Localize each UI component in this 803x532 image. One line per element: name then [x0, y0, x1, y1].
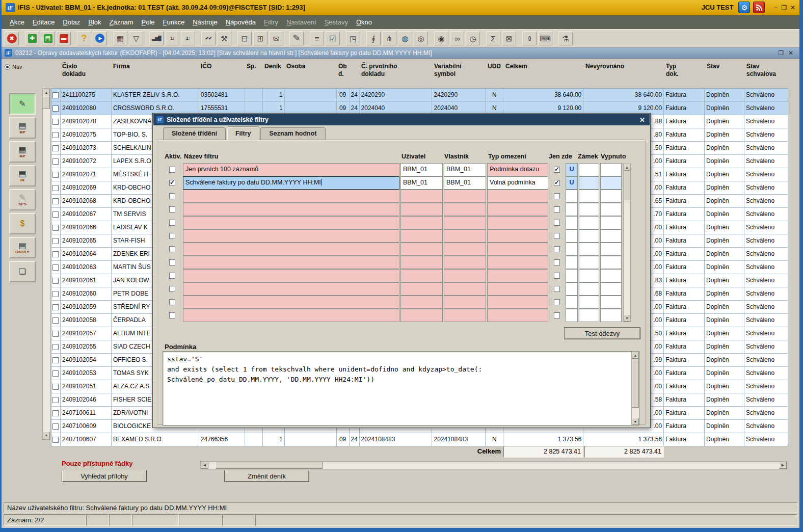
money-button[interactable]: $ — [9, 213, 36, 234]
window-restore-icon[interactable]: ❐ — [778, 49, 784, 57]
filter-lock-field[interactable] — [579, 243, 599, 256]
scroll-track[interactable] — [43, 96, 50, 432]
condition-sql[interactable]: sstav='S' and exists (select 1 from teks… — [163, 352, 639, 387]
row-checkbox[interactable] — [51, 168, 61, 181]
delete-record-button[interactable]: ▬ — [57, 31, 71, 45]
sort-asc-button[interactable]: 1↑ — [181, 31, 195, 45]
filter-active-checkbox[interactable] — [163, 256, 182, 269]
filter-type-field[interactable] — [487, 309, 548, 322]
open-window-button[interactable]: ◳ — [346, 31, 360, 45]
filter-lock-field[interactable] — [579, 256, 599, 269]
filter-lock-field[interactable] — [579, 163, 599, 176]
row-checkbox[interactable] — [51, 407, 61, 420]
record-scrollbar[interactable]: ▲ ▼ — [42, 88, 50, 440]
row-checkbox[interactable] — [51, 274, 61, 287]
horizontal-scrollbar[interactable]: ◀ ▶ — [200, 461, 787, 469]
filter-type-field[interactable] — [487, 282, 548, 296]
filter-active-checkbox[interactable] — [163, 282, 182, 296]
filters-scroll-thumb[interactable] — [624, 171, 630, 200]
filter-type-field[interactable]: Volná podmínka — [487, 176, 548, 190]
condition-scroll-thumb[interactable] — [632, 359, 639, 408]
search-attachments-button[interactable]: Vyhledat přílohy — [62, 470, 147, 482]
menu-nastroje[interactable]: Nástroje — [189, 16, 221, 29]
copy-doc-button[interactable]: ❏ — [9, 261, 36, 282]
filter-active-checkbox[interactable] — [163, 243, 182, 256]
row-checkbox[interactable] — [51, 208, 61, 221]
menu-zaznam[interactable]: Záznam — [105, 16, 138, 29]
calendar-button[interactable]: ▦ — [113, 31, 127, 45]
filter-jenzde-checkbox[interactable] — [549, 163, 565, 176]
filter-jenzde-checkbox[interactable] — [549, 256, 565, 269]
filter-jenzde-checkbox[interactable] — [549, 216, 565, 229]
email-button[interactable]: ✉ — [269, 31, 283, 45]
menu-okno[interactable]: Okno — [352, 16, 376, 29]
scroll-down-icon[interactable]: ▼ — [632, 418, 639, 425]
filter-disabled-field[interactable] — [600, 203, 622, 216]
rp-document-button[interactable]: ▤ RP — [9, 117, 36, 139]
filter-type-field[interactable] — [487, 216, 548, 229]
settings-button[interactable]: ⚙ — [738, 2, 750, 13]
filter-jenzde-checkbox[interactable] — [549, 269, 565, 282]
row-checkbox[interactable] — [51, 420, 61, 433]
scroll-down-icon[interactable]: ▼ — [624, 314, 630, 322]
checklist-button[interactable]: ☑ — [326, 31, 340, 45]
row-checkbox[interactable] — [51, 340, 61, 354]
filter-name-input[interactable] — [183, 296, 399, 309]
help-button[interactable]: ? — [77, 31, 91, 45]
scroll-up-icon[interactable]: ▲ — [632, 352, 639, 359]
filter-type-field[interactable] — [487, 243, 548, 256]
keyboard-button[interactable]: ⌨ — [538, 31, 552, 45]
row-checkbox[interactable] — [51, 89, 61, 102]
row-checkbox[interactable] — [51, 234, 61, 248]
filter-row[interactable] — [163, 243, 622, 256]
filter-active-checkbox[interactable] — [163, 190, 182, 203]
filter-active-checkbox[interactable] — [163, 309, 182, 322]
filter-jenzde-checkbox[interactable] — [549, 243, 565, 256]
filter-active-checkbox[interactable] — [163, 296, 182, 309]
filter-row[interactable]: Jen prvních 100 záznamů BBM_01 BBM_01 Po… — [163, 163, 622, 176]
filter-lock-field[interactable] — [579, 203, 599, 216]
sum-button[interactable]: Σ — [486, 31, 500, 45]
condition-scrollbar[interactable]: ▲ ▼ — [631, 352, 639, 425]
exit-button[interactable]: ✖ — [5, 31, 19, 45]
filter-name-input[interactable] — [183, 269, 399, 282]
filter-type-field[interactable] — [487, 256, 548, 269]
filter-disabled-field[interactable] — [600, 309, 622, 322]
filter-jenzde-checkbox[interactable] — [549, 190, 565, 203]
clock-button[interactable]: ◷ — [466, 31, 480, 45]
scroll-thumb[interactable] — [43, 96, 50, 109]
filter-jenzde-checkbox[interactable] — [549, 229, 565, 243]
validate-button[interactable]: ✔✔ — [201, 31, 216, 45]
filter-row[interactable] — [163, 296, 622, 309]
menu-dotaz[interactable]: Dotaz — [59, 16, 84, 29]
row-checkbox[interactable] — [51, 354, 61, 367]
tab-seznam-hodnot[interactable]: Seznam hodnot — [260, 127, 325, 140]
scroll-left-icon[interactable]: ◀ — [201, 462, 208, 469]
filter-lock-field[interactable] — [579, 176, 599, 190]
filter-name-input[interactable] — [183, 229, 399, 243]
filter-lock-field[interactable] — [579, 190, 599, 203]
filter-lock-field[interactable] — [579, 309, 599, 322]
chart-button[interactable]: ▂▅█ — [149, 31, 164, 45]
row-checkbox[interactable] — [51, 248, 61, 261]
change-journal-button[interactable]: Změnit deník — [224, 470, 309, 482]
filter-name-input[interactable] — [183, 282, 399, 296]
row-checkbox[interactable] — [51, 195, 61, 208]
excel-button[interactable]: ⊠ — [502, 31, 516, 45]
filter-lock-field[interactable] — [579, 216, 599, 229]
filter-active-checkbox[interactable] — [163, 269, 182, 282]
test-response-button[interactable]: Test odezvy — [564, 327, 640, 339]
filter-name-input[interactable] — [183, 256, 399, 269]
ir-document-button[interactable]: ▤ IR — [9, 165, 36, 187]
insert-record-button[interactable]: ✚ — [25, 31, 39, 45]
filter-jenzde-checkbox[interactable] — [549, 176, 565, 190]
flask-button[interactable]: ⚗ — [558, 31, 573, 45]
filter-row[interactable] — [163, 229, 622, 243]
filter-name-input[interactable] — [183, 243, 399, 256]
row-checkbox[interactable] — [51, 128, 61, 142]
filter-name-input[interactable] — [183, 203, 399, 216]
filter-name-input[interactable] — [183, 309, 399, 322]
condition-editor[interactable]: sstav='S' and exists (select 1 from teks… — [163, 351, 639, 425]
filter-jenzde-checkbox[interactable] — [549, 309, 565, 322]
filter-lock-field[interactable] — [579, 229, 599, 243]
